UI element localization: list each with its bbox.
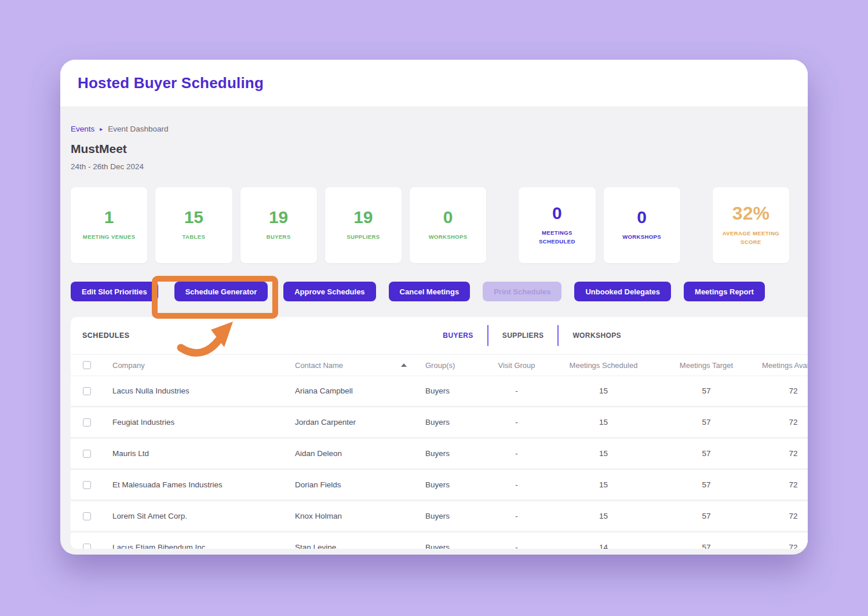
schedules-panel-header: SCHEDULES BUYERSSUPPLIERSWORKSHOPS <box>71 317 808 354</box>
event-name: MustMeet <box>71 142 797 156</box>
row-checkbox[interactable] <box>83 481 91 489</box>
select-all-checkbox[interactable] <box>83 361 91 369</box>
row-checkbox-cell <box>71 481 112 489</box>
cell-contact-name: Stan Levine <box>295 543 425 549</box>
stat-card-meetings-scheduled: 0MEETINGS SCHEDULED <box>519 187 595 263</box>
column-header-contact-name[interactable]: Contact Name <box>295 361 425 370</box>
row-checkbox-cell <box>71 512 112 520</box>
column-header-meetings-scheduled[interactable]: Meetings Scheduled <box>547 361 660 370</box>
cell-contact-name: Knox Holman <box>295 512 425 520</box>
cell-contact-name: Aidan Deleon <box>295 449 425 458</box>
breadcrumb-current: Event Dashboard <box>108 125 168 133</box>
event-dates: 24th - 26th Dec 2024 <box>71 162 797 171</box>
cell-meetings-target: 57 <box>660 512 753 520</box>
table-row[interactable]: Mauris LtdAidan DeleonBuyers-155772 <box>71 439 808 470</box>
cell-meetings-target: 57 <box>660 449 753 458</box>
cell-contact-name: Ariana Campbell <box>295 387 425 395</box>
cell-meetings-available: 72 <box>753 543 808 549</box>
row-checkbox-cell <box>71 418 112 427</box>
stat-card-workshops: 0WORKSHOPS <box>604 187 680 263</box>
table-row[interactable]: Lorem Sit Amet Corp.Knox HolmanBuyers-15… <box>71 501 808 533</box>
cell-meetings-available: 72 <box>753 418 808 427</box>
cell-visit-group: - <box>486 543 547 549</box>
stat-card-meeting-venues: 1MEETING VENUES <box>71 187 147 263</box>
stat-label: BUYERS <box>267 233 291 242</box>
cell-company: Mauris Ltd <box>112 449 295 458</box>
stat-value: 15 <box>184 209 203 226</box>
cell-visit-group: - <box>486 418 547 427</box>
table-body: Lacus Nulla IndustriesAriana CampbellBuy… <box>71 376 808 549</box>
cell-meetings-scheduled: 15 <box>547 449 660 458</box>
stat-label: TABLES <box>183 233 206 242</box>
cell-meetings-target: 57 <box>660 480 753 489</box>
cell-visit-group: - <box>486 449 547 458</box>
row-checkbox[interactable] <box>83 387 91 395</box>
row-checkbox[interactable] <box>83 450 91 458</box>
cell-meetings-scheduled: 15 <box>547 512 660 520</box>
cell-groups: Buyers <box>425 387 486 395</box>
cell-groups: Buyers <box>425 449 486 458</box>
cell-meetings-scheduled: 14 <box>547 543 660 549</box>
tab-workshops[interactable]: WORKSHOPS <box>557 325 635 346</box>
stat-card-workshops: 0WORKSHOPS <box>410 187 486 263</box>
cell-groups: Buyers <box>425 543 486 549</box>
row-checkbox-cell <box>71 450 112 458</box>
stat-value: 19 <box>269 209 288 226</box>
schedule-generator-button[interactable]: Schedule Generator <box>174 282 268 301</box>
stat-label: WORKSHOPS <box>429 233 468 242</box>
stat-value: 0 <box>443 209 453 226</box>
column-header-meetings-available[interactable]: Meetings Available <box>753 361 808 370</box>
column-header-group-s-[interactable]: Group(s) <box>425 361 486 370</box>
breadcrumb-events-link[interactable]: Events <box>71 125 94 133</box>
page-title: Hosted Buyer Scheduling <box>78 74 264 92</box>
cell-meetings-target: 57 <box>660 387 753 395</box>
table-row[interactable]: Lacus Etiam Bibendum Inc.Stan LevineBuye… <box>71 533 808 549</box>
edit-slot-priorities-button[interactable]: Edit Slot Priorities <box>71 282 158 301</box>
page-header: Hosted Buyer Scheduling <box>60 60 808 107</box>
header-checkbox-cell <box>71 361 112 369</box>
cell-meetings-available: 72 <box>753 480 808 489</box>
column-header-meetings-target[interactable]: Meetings Target <box>660 361 753 370</box>
stat-card-tables: 15TABLES <box>155 187 232 263</box>
row-checkbox-cell <box>71 387 112 395</box>
stat-value: 32% <box>732 204 769 223</box>
cell-groups: Buyers <box>425 480 486 489</box>
cell-meetings-target: 57 <box>660 543 753 549</box>
breadcrumb-chevron-icon: ▸ <box>100 126 103 132</box>
cell-meetings-scheduled: 15 <box>547 418 660 427</box>
cell-groups: Buyers <box>425 512 486 520</box>
cell-meetings-available: 72 <box>753 512 808 520</box>
cell-company: Lacus Nulla Industries <box>112 387 295 395</box>
row-checkbox[interactable] <box>83 418 91 427</box>
column-header-visit-group[interactable]: Visit Group <box>486 361 547 370</box>
table-row[interactable]: Feugiat IndustriesJordan CarpenterBuyers… <box>71 407 808 439</box>
cancel-meetings-button[interactable]: Cancel Meetings <box>389 282 471 301</box>
stat-card-average-meeting-score: 32%AVERAGE MEETING SCORE <box>713 187 789 263</box>
row-checkbox-cell <box>71 544 112 549</box>
cell-visit-group: - <box>486 387 547 395</box>
table-row[interactable]: Lacus Nulla IndustriesAriana CampbellBuy… <box>71 376 808 407</box>
meetings-report-button[interactable]: Meetings Report <box>684 282 765 301</box>
cell-company: Lorem Sit Amet Corp. <box>112 512 295 520</box>
schedules-title: SCHEDULES <box>82 331 130 340</box>
table-header-row: CompanyContact NameGroup(s)Visit GroupMe… <box>71 354 808 376</box>
cell-company: Et Malesuada Fames Industries <box>112 480 295 489</box>
stat-value: 0 <box>637 209 647 226</box>
row-checkbox[interactable] <box>83 544 91 549</box>
app-window: Hosted Buyer Scheduling Events ▸ Event D… <box>60 60 808 555</box>
dashboard-content: Events ▸ Event Dashboard MustMeet 24th -… <box>60 107 808 549</box>
unbooked-delegates-button[interactable]: Unbooked Delegates <box>574 282 671 301</box>
stat-label: MEETINGS SCHEDULED <box>527 229 587 246</box>
row-checkbox[interactable] <box>83 512 91 520</box>
column-header-company[interactable]: Company <box>112 361 295 370</box>
cell-visit-group: - <box>486 480 547 489</box>
cell-groups: Buyers <box>425 418 486 427</box>
stat-value: 19 <box>353 209 373 226</box>
cell-meetings-available: 72 <box>753 449 808 458</box>
approve-schedules-button[interactable]: Approve Schedules <box>283 282 375 301</box>
cell-contact-name: Jordan Carpenter <box>295 418 425 427</box>
cell-meetings-scheduled: 15 <box>547 387 660 395</box>
tab-suppliers[interactable]: SUPPLIERS <box>487 325 558 346</box>
tab-buyers[interactable]: BUYERS <box>429 325 487 346</box>
table-row[interactable]: Et Malesuada Fames IndustriesDorian Fiel… <box>71 470 808 501</box>
